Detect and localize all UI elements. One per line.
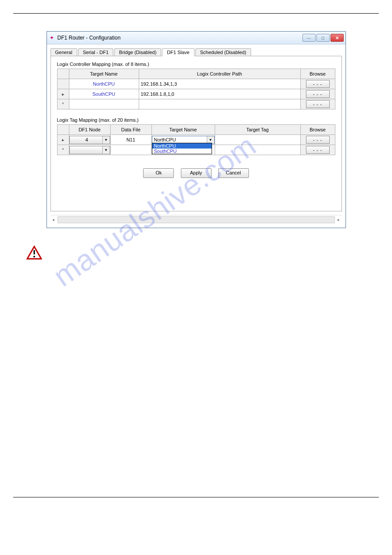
row-selector[interactable]: ▸ [57, 89, 69, 99]
tab-panel: Logix Controller Mapping (max. of 8 item… [50, 56, 342, 211]
target-tag-cell[interactable] [215, 135, 300, 145]
window-title: DF1 Router - Configuration [58, 35, 302, 41]
scroll-left-icon[interactable]: ◂ [51, 218, 56, 222]
df1-node-cell[interactable]: ▼ [69, 145, 110, 155]
browse-cell: - - - [300, 135, 335, 145]
config-window: ✦ DF1 Router - Configuration — ▢ ✕ Gener… [47, 31, 346, 228]
warning-icon [26, 246, 42, 260]
browse-button[interactable]: - - - [306, 90, 330, 98]
titlebar[interactable]: ✦ DF1 Router - Configuration — ▢ ✕ [47, 32, 345, 44]
col-data-file: Data File [110, 125, 151, 135]
ok-button[interactable]: Ok [143, 168, 174, 178]
target-name-cell[interactable]: NorthCPU [69, 79, 139, 89]
col-df1-node: DF1 Node [69, 125, 110, 135]
cancel-button[interactable]: Cancel [218, 168, 249, 178]
col-target-tag: Target Tag [215, 125, 300, 135]
target-tag-cell[interactable] [215, 145, 300, 155]
dialog-body: General Serial - DF1 Bridge (Disabled) D… [47, 44, 345, 228]
window-controls: — ▢ ✕ [302, 34, 344, 42]
table-row[interactable]: NorthCPU 192.168.1.34,1,3 - - - [57, 79, 335, 89]
data-file-cell[interactable] [110, 145, 151, 155]
tab-serial[interactable]: Serial - DF1 [78, 48, 114, 56]
df1-node-cell[interactable]: 4 ▼ [69, 135, 110, 145]
col-target-name: Target Name [151, 125, 215, 135]
minimize-button[interactable]: — [302, 34, 316, 42]
grid-header-row: DF1 Node Data File Target Name Target Ta… [57, 125, 335, 135]
scroll-track[interactable] [58, 216, 335, 223]
app-icon: ✦ [49, 35, 55, 41]
row-selector[interactable]: * [57, 145, 69, 155]
grid-header-row: Target Name Logix Controller Path Browse [57, 69, 335, 79]
scroll-right-icon[interactable]: ▸ [337, 218, 341, 222]
tag-mapping-grid: DF1 Node Data File Target Name Target Ta… [57, 124, 335, 155]
data-file-cell[interactable]: N11 [110, 135, 151, 145]
col-browse: Browse [300, 125, 335, 135]
table-row[interactable]: ▸ SouthCPU 192.168.1.8,1,0 - - - [57, 89, 335, 99]
row-selector[interactable]: ▸ [57, 135, 69, 145]
col-controller-path: Logix Controller Path [139, 69, 300, 79]
chevron-down-icon[interactable]: ▼ [207, 136, 214, 144]
browse-cell: - - - [300, 89, 335, 99]
apply-button[interactable]: Apply [181, 168, 212, 178]
controller-mapping-grid: Target Name Logix Controller Path Browse… [57, 69, 335, 109]
chevron-down-icon[interactable]: ▼ [102, 146, 110, 154]
controller-path-cell[interactable]: 192.168.1.8,1,0 [139, 89, 300, 99]
target-name-value: NorthCPU [152, 137, 207, 142]
table-row[interactable]: ▸ 4 ▼ N11 NorthCPU ▼ N [57, 135, 335, 145]
browse-cell: - - - [300, 99, 335, 109]
df1-node-value: 4 [70, 137, 102, 142]
browse-button[interactable]: - - - [306, 80, 330, 88]
target-name-cell[interactable]: SouthCPU [69, 89, 139, 99]
dropdown-list: NorthCPU SouthCPU [152, 143, 212, 154]
tab-bridge[interactable]: Bridge (Disabled) [114, 48, 161, 56]
close-button[interactable]: ✕ [331, 34, 344, 42]
target-name-cell[interactable] [69, 99, 139, 109]
target-name-dropdown[interactable]: NorthCPU ▼ NorthCPU SouthCPU [151, 135, 215, 145]
horizontal-scrollbar[interactable]: ◂ ▸ [50, 215, 342, 224]
controller-mapping-label: Logix Controller Mapping (max. of 8 item… [57, 62, 335, 67]
dialog-buttons: Ok Apply Cancel [57, 168, 335, 178]
row-selector-header [57, 125, 69, 135]
row-selector-header [57, 69, 69, 79]
browse-button[interactable]: - - - [306, 146, 330, 154]
maximize-button[interactable]: ▢ [316, 34, 330, 42]
controller-path-cell[interactable]: 192.168.1.34,1,3 [139, 79, 300, 89]
tab-general[interactable]: General [50, 48, 77, 56]
dropdown-option[interactable]: SouthCPU [152, 149, 212, 154]
table-row[interactable]: * - - - [57, 99, 335, 109]
tab-strip: General Serial - DF1 Bridge (Disabled) D… [50, 48, 342, 56]
top-rule [13, 13, 379, 14]
controller-path-cell[interactable] [139, 99, 300, 109]
browse-cell: - - - [300, 145, 335, 155]
browse-cell: - - - [300, 79, 335, 89]
dropdown-option[interactable]: NorthCPU [152, 143, 212, 149]
bottom-rule [13, 497, 379, 497]
tab-scheduled[interactable]: Scheduled (Disabled) [195, 48, 251, 56]
browse-button[interactable]: - - - [306, 136, 330, 144]
chevron-down-icon[interactable]: ▼ [102, 136, 110, 144]
row-selector[interactable]: * [57, 99, 69, 109]
row-selector[interactable] [57, 79, 69, 89]
tab-df1-slave[interactable]: DF1 Slave [162, 48, 194, 56]
browse-button[interactable]: - - - [306, 100, 330, 108]
col-target-name: Target Name [69, 69, 139, 79]
svg-point-2 [33, 256, 35, 258]
tag-mapping-label: Logix Tag Mapping (max. of 20 items.) [57, 117, 335, 123]
col-browse: Browse [300, 69, 335, 79]
